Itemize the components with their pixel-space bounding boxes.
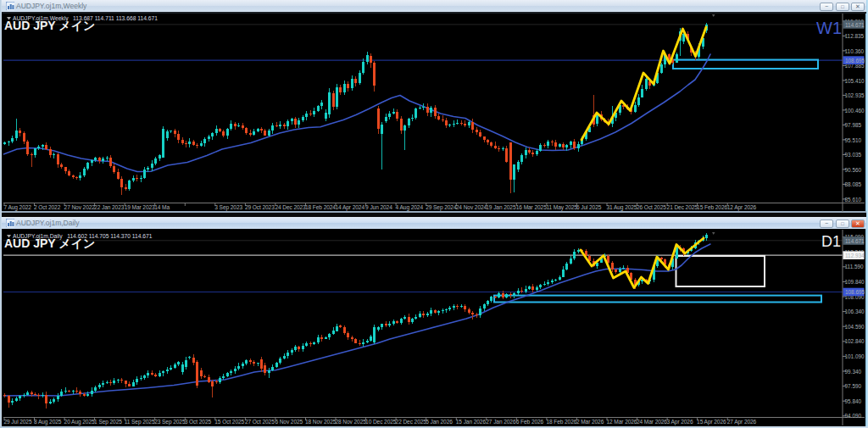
svg-text:22 Dec 2025: 22 Dec 2025 [396, 419, 427, 425]
svg-text:97.590: 97.590 [845, 383, 862, 389]
svg-text:28 Nov 2025: 28 Nov 2025 [336, 419, 367, 425]
svg-text:14 Ma: 14 Ma [154, 204, 170, 210]
svg-text:112.934: 112.934 [845, 253, 865, 258]
svg-text:9 Jun 2024: 9 Jun 2024 [365, 204, 392, 210]
svg-text:108.695: 108.695 [845, 289, 865, 295]
svg-text:21 Dec 2025: 21 Dec 2025 [667, 204, 698, 210]
svg-text:3 Apr 2026: 3 Apr 2026 [667, 419, 693, 425]
svg-text:15 Jan 2026: 15 Jan 2026 [456, 419, 487, 425]
svg-text:27 Jan 2026: 27 Jan 2026 [486, 419, 516, 425]
svg-text:104.590: 104.590 [845, 324, 865, 330]
svg-text:106.340: 106.340 [845, 308, 865, 314]
svg-text:109.840: 109.840 [845, 279, 865, 285]
svg-text:D1: D1 [821, 233, 841, 250]
svg-text:19 Mar 2023: 19 Mar 2023 [125, 204, 155, 210]
svg-text:97.985: 97.985 [845, 122, 862, 128]
svg-text:24 Dec 2023: 24 Dec 2023 [275, 204, 306, 210]
svg-text:114.671: 114.671 [845, 22, 865, 28]
svg-text:102.935: 102.935 [845, 92, 865, 98]
svg-text:19 Jan 2025: 19 Jan 2025 [486, 204, 516, 210]
svg-text:102.840: 102.840 [845, 338, 865, 344]
svg-text:24 Nov 2024: 24 Nov 2024 [456, 204, 487, 210]
svg-text:27 Oct 2025: 27 Oct 2025 [245, 419, 275, 425]
svg-text:7 Aug 2022: 7 Aug 2022 [4, 204, 32, 211]
svg-text:15 Oct 2025: 15 Oct 2025 [214, 419, 244, 425]
svg-text:15 Apr 2026: 15 Apr 2026 [697, 419, 726, 425]
svg-text:29 Jul 2025: 29 Jul 2025 [4, 419, 32, 425]
svg-text:11 Sep 2025: 11 Sep 2025 [125, 419, 155, 425]
svg-text:26 Oct 2025: 26 Oct 2025 [637, 204, 666, 210]
svg-text:95.840: 95.840 [845, 398, 862, 404]
svg-text:111.590: 111.590 [845, 264, 865, 270]
svg-text:16 Mar 2025: 16 Mar 2025 [516, 204, 547, 210]
svg-text:24 Mar 2026: 24 Mar 2026 [637, 419, 667, 425]
svg-text:1 Sep 2025: 1 Sep 2025 [94, 419, 122, 425]
svg-text:112.835: 112.835 [845, 33, 865, 39]
svg-text:94.090: 94.090 [845, 413, 862, 419]
svg-text:29 Sep 2024: 29 Sep 2024 [426, 204, 457, 211]
svg-text:6 Jul 2025: 6 Jul 2025 [576, 204, 602, 210]
svg-text:27 Apr 2026: 27 Apr 2026 [727, 419, 757, 425]
svg-text:85.610: 85.610 [845, 197, 862, 203]
svg-text:110.360: 110.360 [845, 48, 865, 54]
svg-text:10 Dec 2025: 10 Dec 2025 [365, 419, 397, 425]
svg-text:95.510: 95.510 [845, 137, 862, 143]
svg-text:AUD JPY メイン: AUD JPY メイン [4, 19, 95, 32]
svg-text:31 Aug 2025: 31 Aug 2025 [607, 204, 637, 211]
svg-text:90.560: 90.560 [845, 167, 862, 173]
svg-text:20 Aug 2025: 20 Aug 2025 [64, 419, 95, 425]
svg-text:27 Nov 2022: 27 Nov 2022 [64, 204, 96, 210]
svg-text:18 Feb 2026: 18 Feb 2026 [546, 419, 576, 425]
svg-text:14 Apr 2024: 14 Apr 2024 [336, 204, 365, 211]
svg-text:2 Mar 2026: 2 Mar 2026 [576, 419, 604, 425]
svg-text:105.410: 105.410 [845, 78, 865, 84]
svg-text:23 Sep 2025: 23 Sep 2025 [154, 419, 186, 425]
svg-text:W1: W1 [816, 19, 842, 37]
svg-text:6 Nov 2025: 6 Nov 2025 [275, 419, 303, 425]
svg-text:108.695: 108.695 [845, 58, 865, 64]
svg-text:93.035: 93.035 [845, 152, 862, 158]
svg-text:18 Nov 2025: 18 Nov 2025 [305, 419, 337, 425]
svg-text:22 Jan 2023: 22 Jan 2023 [94, 204, 125, 210]
svg-text:3 Oct 2025: 3 Oct 2025 [185, 419, 212, 425]
svg-text:99.340: 99.340 [845, 369, 862, 375]
svg-text:12 Mar 2026: 12 Mar 2026 [607, 419, 637, 425]
svg-text:29 Oct 2023: 29 Oct 2023 [245, 204, 275, 210]
svg-text:AUD JPY メイン: AUD JPY メイン [4, 236, 95, 250]
svg-text:101.090: 101.090 [845, 353, 865, 359]
svg-text:4 Aug 2024: 4 Aug 2024 [396, 204, 424, 211]
svg-text:2 Oct 2022: 2 Oct 2022 [34, 204, 61, 210]
svg-text:6 Feb 2026: 6 Feb 2026 [516, 419, 544, 425]
svg-text:114.671: 114.671 [845, 238, 865, 244]
svg-text:11 May 2025: 11 May 2025 [546, 204, 577, 211]
svg-text:100.460: 100.460 [845, 108, 865, 114]
svg-text:18 Feb 2024: 18 Feb 2024 [305, 204, 336, 210]
svg-text:8 Aug 2025: 8 Aug 2025 [34, 419, 62, 425]
svg-text:3 Sep 2023: 3 Sep 2023 [214, 204, 242, 211]
svg-text:15 Feb 2026: 15 Feb 2026 [697, 204, 727, 210]
svg-text:12 Apr 2026: 12 Apr 2026 [727, 204, 757, 211]
svg-text:88.085: 88.085 [845, 181, 862, 187]
svg-text:5 Jan 2026: 5 Jan 2026 [426, 419, 453, 425]
